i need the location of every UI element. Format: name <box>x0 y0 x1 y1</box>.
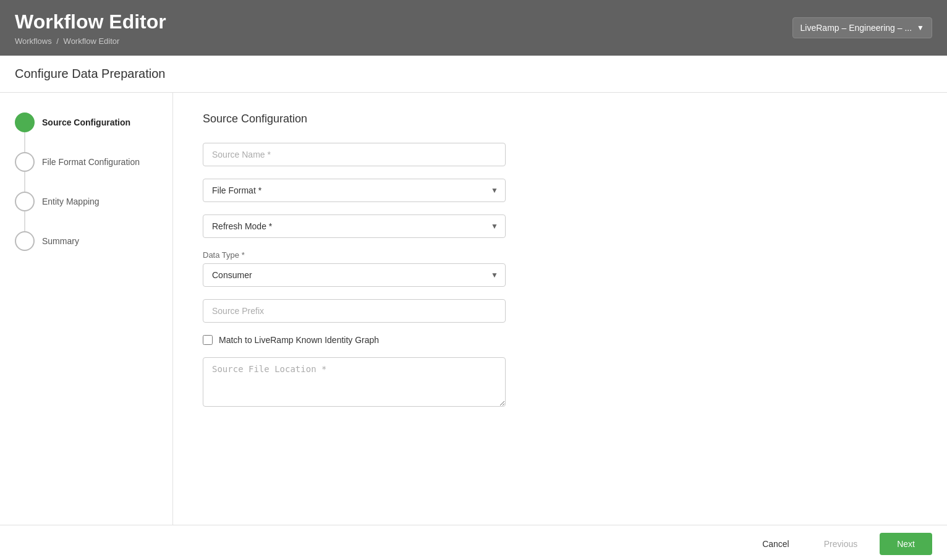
source-file-location-textarea[interactable] <box>203 357 506 407</box>
step-circle-source <box>15 112 35 132</box>
section-title: Source Configuration <box>203 112 917 125</box>
step-connector-2 <box>24 172 25 192</box>
main-layout: Source Configuration File Format Configu… <box>0 93 947 525</box>
step-entity-mapping[interactable]: Entity Mapping <box>15 192 158 211</box>
source-prefix-input[interactable] <box>203 299 506 323</box>
breadcrumb-workflows: Workflows <box>15 36 52 46</box>
step-source-config[interactable]: Source Configuration <box>15 112 158 132</box>
source-prefix-group <box>203 299 917 323</box>
app-title: Workflow Editor <box>15 10 166 33</box>
header-left: Workflow Editor Workflows / Workflow Edi… <box>15 10 166 45</box>
next-button[interactable]: Next <box>880 533 932 555</box>
match-checkbox[interactable] <box>203 335 213 345</box>
chevron-down-icon: ▼ <box>917 23 924 32</box>
step-file-format[interactable]: File Format Configuration <box>15 152 158 172</box>
refresh-mode-wrapper: Refresh Mode * Full Incremental Append ▼ <box>203 214 506 238</box>
org-dropdown[interactable]: LiveRamp – Engineering – ... ▼ <box>792 17 932 38</box>
source-file-location-group <box>203 357 917 409</box>
data-type-wrapper: Consumer Business Household ▼ <box>203 263 506 287</box>
step-summary[interactable]: Summary <box>15 231 158 251</box>
refresh-mode-select[interactable]: Refresh Mode * Full Incremental Append <box>203 214 506 238</box>
content-area: Source Configuration File Format * CSV T… <box>173 93 947 525</box>
step-label-source: Source Configuration <box>42 117 130 127</box>
step-label-summary: Summary <box>42 236 79 246</box>
breadcrumb: Workflows / Workflow Editor <box>15 36 166 46</box>
step-circle-entity <box>15 192 35 211</box>
file-format-wrapper: File Format * CSV TSV JSON Parquet Avro … <box>203 179 506 202</box>
breadcrumb-separator: / <box>56 36 59 46</box>
org-dropdown-label: LiveRamp – Engineering – ... <box>800 23 912 33</box>
file-format-group: File Format * CSV TSV JSON Parquet Avro … <box>203 179 917 202</box>
step-label-file-format: File Format Configuration <box>42 157 140 167</box>
source-name-group <box>203 143 917 166</box>
step-connector-3 <box>24 211 25 231</box>
step-circle-file-format <box>15 152 35 172</box>
page-title-area: Configure Data Preparation <box>0 56 947 93</box>
data-type-label: Data Type * <box>203 250 917 260</box>
step-label-entity: Entity Mapping <box>42 197 100 206</box>
page-title: Configure Data Preparation <box>15 67 932 81</box>
previous-button: Previous <box>812 534 870 554</box>
breadcrumb-current: Workflow Editor <box>64 36 120 46</box>
data-type-group: Data Type * Consumer Business Household … <box>203 250 917 287</box>
match-checkbox-row: Match to LiveRamp Known Identity Graph <box>203 335 917 345</box>
refresh-mode-group: Refresh Mode * Full Incremental Append ▼ <box>203 214 917 238</box>
app-header: Workflow Editor Workflows / Workflow Edi… <box>0 0 947 56</box>
match-checkbox-label: Match to LiveRamp Known Identity Graph <box>219 335 379 345</box>
source-name-input[interactable] <box>203 143 506 166</box>
cancel-button[interactable]: Cancel <box>750 534 802 554</box>
steps-sidebar: Source Configuration File Format Configu… <box>0 93 173 525</box>
data-type-select[interactable]: Consumer Business Household <box>203 263 506 287</box>
step-connector-1 <box>24 132 25 152</box>
file-format-select[interactable]: File Format * CSV TSV JSON Parquet Avro <box>203 179 506 202</box>
step-circle-summary <box>15 231 35 251</box>
footer: Cancel Previous Next <box>0 525 947 560</box>
